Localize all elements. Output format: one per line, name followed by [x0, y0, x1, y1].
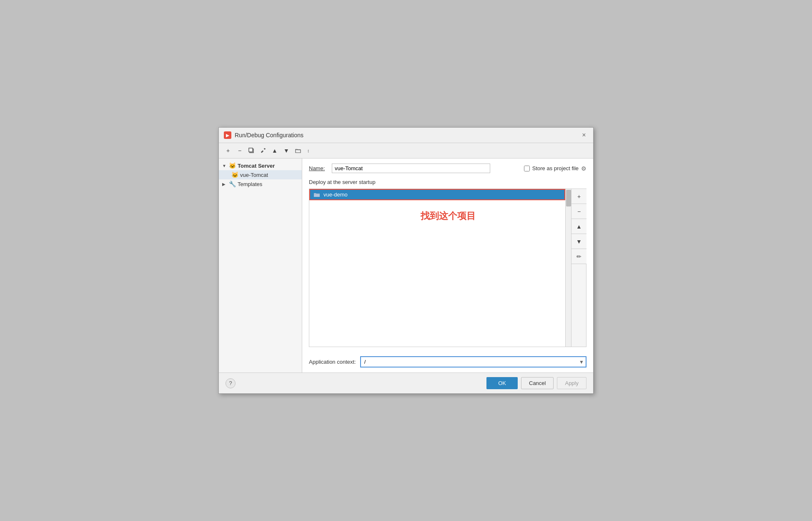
- bottom-left: ?: [226, 378, 236, 388]
- right-panel: Name: Store as project file ⚙ Deploy at …: [302, 159, 593, 373]
- tomcat-server-item[interactable]: ▼ 🐱 Tomcat Server: [219, 161, 302, 170]
- deploy-item-label: vue-demo: [323, 191, 348, 198]
- vue-tomcat-label: vue-Tomcat: [240, 172, 268, 178]
- templates-label: Templates: [238, 181, 262, 187]
- store-project-label: Store as project file: [532, 165, 579, 171]
- remove-config-button[interactable]: −: [235, 146, 245, 156]
- deploy-list-area: vue-demo 找到这个项目: [309, 189, 565, 347]
- store-project-section: Store as project file ⚙: [524, 165, 586, 172]
- wrench-icon: [260, 148, 266, 154]
- deploy-list-item[interactable]: vue-demo: [309, 189, 565, 200]
- ok-button[interactable]: OK: [486, 377, 518, 389]
- app-icon: ▶: [224, 131, 231, 139]
- deploy-section-title: Deploy at the server startup: [309, 179, 586, 185]
- close-button[interactable]: ×: [580, 131, 588, 139]
- svg-rect-1: [249, 148, 253, 152]
- sort-button[interactable]: ↕: [305, 146, 315, 156]
- svg-rect-2: [261, 150, 263, 153]
- list-scrollbar-thumb: [566, 190, 571, 206]
- store-project-checkbox[interactable]: [524, 166, 530, 171]
- templates-icon: 🔧: [229, 181, 236, 187]
- cancel-button[interactable]: Cancel: [521, 377, 554, 389]
- app-context-select-wrapper: / ▼: [360, 356, 586, 367]
- deploy-remove-button[interactable]: −: [571, 204, 586, 219]
- copy-config-button[interactable]: [246, 146, 256, 156]
- app-context-row: Application context: / ▼: [309, 353, 586, 367]
- sort-icon: ↕: [307, 148, 312, 154]
- bottom-right: OK Cancel Apply: [486, 377, 586, 389]
- tomcat-server-label: Tomcat Server: [238, 163, 275, 169]
- annotation-text: 找到这个项目: [421, 210, 476, 222]
- bottom-bar: ? OK Cancel Apply: [219, 373, 593, 393]
- vue-tomcat-icon: 🐱: [231, 171, 238, 178]
- folder-button[interactable]: [293, 146, 303, 156]
- list-scrollbar[interactable]: [565, 189, 571, 347]
- vue-tomcat-item[interactable]: 🐱 vue-Tomcat: [219, 170, 302, 179]
- tree-arrow-down: ▼: [222, 164, 227, 168]
- apply-button[interactable]: Apply: [557, 377, 586, 389]
- main-content: ▼ 🐱 Tomcat Server 🐱 vue-Tomcat ▶ 🔧 Templ…: [219, 159, 593, 373]
- gear-icon[interactable]: ⚙: [581, 165, 586, 172]
- dialog-title: Run/Debug Configurations: [235, 132, 303, 138]
- name-input[interactable]: [332, 164, 490, 173]
- deploy-item-wrapper: vue-demo: [309, 189, 565, 200]
- tree-arrow-right: ▶: [222, 182, 227, 186]
- tomcat-icon: 🐱: [229, 162, 236, 169]
- deploy-add-button[interactable]: +: [571, 189, 586, 204]
- move-up-button[interactable]: ▲: [270, 146, 280, 156]
- app-context-select[interactable]: /: [360, 356, 586, 367]
- name-label: Name:: [309, 165, 328, 171]
- deploy-down-button[interactable]: ▼: [571, 234, 586, 249]
- deploy-list-container: vue-demo 找到这个项目 + − ▲: [309, 189, 586, 347]
- templates-item[interactable]: ▶ 🔧 Templates: [219, 179, 302, 189]
- move-down-button[interactable]: ▼: [281, 146, 291, 156]
- svg-text:↕: ↕: [307, 148, 310, 153]
- run-debug-dialog: ▶ Run/Debug Configurations × + − ▲ ▼: [218, 127, 594, 394]
- deploy-up-button[interactable]: ▲: [571, 219, 586, 234]
- folder-icon: [295, 148, 301, 153]
- toolbar: + − ▲ ▼ ↕: [219, 143, 593, 159]
- wrench-button[interactable]: [258, 146, 268, 156]
- help-button[interactable]: ?: [226, 378, 236, 388]
- app-context-label: Application context:: [309, 359, 356, 365]
- name-row: Name: Store as project file ⚙: [309, 164, 586, 173]
- side-action-buttons: + − ▲ ▼ ✏: [571, 189, 586, 347]
- left-panel: ▼ 🐱 Tomcat Server 🐱 vue-Tomcat ▶ 🔧 Templ…: [219, 159, 302, 373]
- add-config-button[interactable]: +: [223, 146, 233, 156]
- deploy-edit-button[interactable]: ✏: [571, 249, 586, 264]
- title-bar: ▶ Run/Debug Configurations ×: [219, 128, 593, 143]
- title-bar-left: ▶ Run/Debug Configurations: [224, 131, 303, 139]
- copy-icon: [248, 148, 254, 154]
- folder-item-icon: [313, 192, 320, 197]
